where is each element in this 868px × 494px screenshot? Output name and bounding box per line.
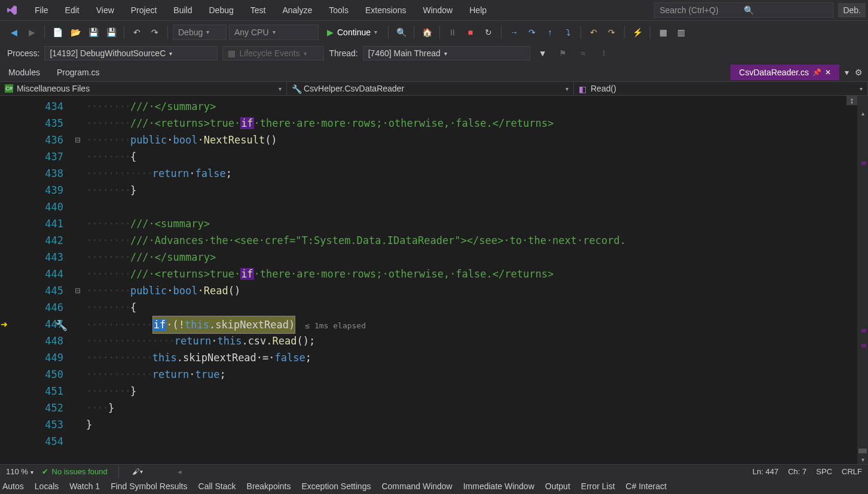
undo-icon[interactable]: ↶ xyxy=(129,25,145,40)
tool-tab-immediate-window[interactable]: Immediate Window xyxy=(463,481,534,491)
indent-indicator[interactable]: SPC xyxy=(816,467,832,476)
step-over-icon[interactable]: ↷ xyxy=(524,25,540,40)
step-icon[interactable]: ⤵ xyxy=(560,25,576,40)
process-combo[interactable]: [14192] DebugWithoutSourceC▾ xyxy=(44,46,218,60)
redo-icon[interactable]: ↷ xyxy=(147,25,163,40)
menu-analyze[interactable]: Analyze xyxy=(274,2,320,19)
tool-tab-exception-settings[interactable]: Exception Settings xyxy=(301,481,371,491)
menu-test[interactable]: Test xyxy=(242,2,274,19)
platform-combo[interactable]: Any CPU▾ xyxy=(229,25,319,40)
continue-button[interactable]: ▶ Continue ▾ xyxy=(321,25,383,40)
step-out-icon[interactable]: ↑ xyxy=(542,25,558,40)
menu-tools[interactable]: Tools xyxy=(320,2,357,19)
scroll-up-icon[interactable]: ▴ xyxy=(857,110,868,117)
screwdriver-icon[interactable]: 🔧 xyxy=(55,317,68,334)
csharp-icon: C# xyxy=(5,84,13,93)
line-number-gutter: 4344354364374384394404414424434444454464… xyxy=(0,96,69,464)
flag-icon[interactable]: ⚑ xyxy=(555,45,571,61)
line-indicator[interactable]: Ln: 447 xyxy=(753,467,778,476)
menu-debug[interactable]: Debug xyxy=(201,2,242,19)
thread-icon[interactable]: ≈ xyxy=(576,45,591,61)
pin-icon[interactable]: 📌 xyxy=(812,68,821,77)
debug-toolbar: Process: [14192] DebugWithoutSourceC▾ ▦L… xyxy=(0,43,868,63)
save-all-icon[interactable]: 💾 xyxy=(103,25,119,40)
open-folder-icon[interactable]: 📂 xyxy=(68,25,83,40)
nav-fwd-button[interactable]: ▶ xyxy=(24,25,39,40)
settings-gear-icon[interactable]: ⚙ xyxy=(854,65,863,80)
menu-window[interactable]: Window xyxy=(414,2,461,19)
tool-tab-locals[interactable]: Locals xyxy=(35,481,59,491)
eol-indicator[interactable]: CRLF xyxy=(842,467,862,476)
hscroll-left-icon[interactable]: ◂ xyxy=(178,467,182,476)
tab-dropdown-icon[interactable]: ▾ xyxy=(842,65,851,80)
tool-window-tabs: AutosLocalsWatch 1Find Symbol ResultsCal… xyxy=(0,478,868,494)
editor-status-bar: 110 % ▾ ✔ No issues found 🖌 ▾ ◂ Ln: 447 … xyxy=(0,464,868,478)
tab-program-cs[interactable]: Program.cs xyxy=(48,63,108,81)
menu-file[interactable]: File xyxy=(26,2,57,19)
save-icon[interactable]: 💾 xyxy=(85,25,101,40)
nav-bar: C# Miscellaneous Files▾ 🔧 CsvHelper.CsvD… xyxy=(0,81,868,96)
process-label: Process: xyxy=(7,48,39,58)
restart-icon[interactable]: ↻ xyxy=(481,25,496,40)
menu-extensions[interactable]: Extensions xyxy=(357,2,414,19)
new-item-icon[interactable]: 📄 xyxy=(50,25,65,40)
stack-icon[interactable]: ⁞ xyxy=(596,45,612,61)
scroll-track[interactable]: ▾ ▴ xyxy=(857,96,868,464)
step-into-icon[interactable]: → xyxy=(506,25,522,40)
close-icon[interactable]: ✕ xyxy=(825,68,831,77)
tab-active[interactable]: CsvDataReader.cs 📌 ✕ xyxy=(731,65,839,80)
class-icon: 🔧 xyxy=(292,84,300,93)
tool-tab-call-stack[interactable]: Call Stack xyxy=(198,481,236,491)
undo2-icon[interactable]: ↶ xyxy=(586,25,601,40)
method-icon: ◧ xyxy=(579,84,587,93)
menu-edit[interactable]: Edit xyxy=(57,2,88,19)
thread-label: Thread: xyxy=(329,48,357,58)
main-toolbar: ◀ ▶ 📄 📂 💾 💾 ↶ ↷ Debug▾ Any CPU▾ ▶ Contin… xyxy=(0,20,868,43)
play-icon: ▶ xyxy=(327,28,334,37)
lifecycle-combo[interactable]: ▦Lifecycle Events▾ xyxy=(222,46,324,60)
menu-help[interactable]: Help xyxy=(461,2,495,19)
layout1-icon[interactable]: ▦ xyxy=(655,25,671,40)
zoom-level[interactable]: 110 % ▾ xyxy=(6,467,33,476)
tool-tab-breakpoints[interactable]: Breakpoints xyxy=(247,481,291,491)
filter-icon[interactable]: ▼ xyxy=(535,45,551,61)
menu-project[interactable]: Project xyxy=(123,2,166,19)
split-handle-icon[interactable]: ↕ xyxy=(846,96,857,105)
stop-icon[interactable]: ■ xyxy=(463,25,478,40)
search-icon: 🔍 xyxy=(744,5,828,15)
menu-view[interactable]: View xyxy=(88,2,123,19)
intellicode-icon[interactable]: ⚡ xyxy=(629,25,645,40)
code-content[interactable]: ········///·</summary>········///·<retur… xyxy=(86,96,857,464)
scope-combo[interactable]: C# Miscellaneous Files▾ xyxy=(0,82,287,95)
tool-tab-error-list[interactable]: Error List xyxy=(581,481,615,491)
layout2-icon[interactable]: ▥ xyxy=(673,25,689,40)
type-combo[interactable]: 🔧 CsvHelper.CsvDataReader▾ xyxy=(287,82,574,95)
tool-tab-watch-1[interactable]: Watch 1 xyxy=(69,481,100,491)
scroll-thumb[interactable] xyxy=(858,449,867,453)
tool-tab-command-window[interactable]: Command Window xyxy=(381,481,452,491)
brush-icon[interactable]: 🖌 ▾ xyxy=(130,464,145,480)
search-input[interactable]: Search (Ctrl+Q) 🔍 xyxy=(654,2,833,18)
redo2-icon[interactable]: ↷ xyxy=(604,25,619,40)
code-editor[interactable]: 4344354364374384394404414424434444454464… xyxy=(0,96,868,464)
find-in-files-icon[interactable]: 🔍 xyxy=(393,25,409,40)
vs-logo-icon xyxy=(2,1,22,20)
user-badge[interactable]: Deb. xyxy=(838,3,866,17)
menu-build[interactable]: Build xyxy=(165,2,200,19)
tool-tab-output[interactable]: Output xyxy=(545,481,570,491)
col-indicator[interactable]: Ch: 7 xyxy=(788,467,806,476)
tool-tab-c#-interact[interactable]: C# Interact xyxy=(626,481,667,491)
tab-modules[interactable]: Modules xyxy=(0,63,48,81)
fold-column[interactable]: ⊟⊟ xyxy=(69,96,86,464)
nav-back-button[interactable]: ◀ xyxy=(6,25,22,40)
issues-indicator[interactable]: ✔ No issues found xyxy=(42,467,108,476)
browser-icon[interactable]: 🏠 xyxy=(419,25,435,40)
scroll-down-icon[interactable]: ▾ xyxy=(857,456,868,463)
pause-icon[interactable]: ⏸ xyxy=(445,25,460,40)
config-combo[interactable]: Debug▾ xyxy=(173,25,227,40)
tool-tab-find-symbol-results[interactable]: Find Symbol Results xyxy=(111,481,187,491)
member-combo[interactable]: ◧ Read()▾ xyxy=(574,82,868,95)
document-tabs: ModulesProgram.cs CsvDataReader.cs 📌 ✕ ▾… xyxy=(0,63,868,81)
tool-tab-autos[interactable]: Autos xyxy=(2,481,24,491)
thread-combo[interactable]: [7460] Main Thread▾ xyxy=(363,46,530,60)
